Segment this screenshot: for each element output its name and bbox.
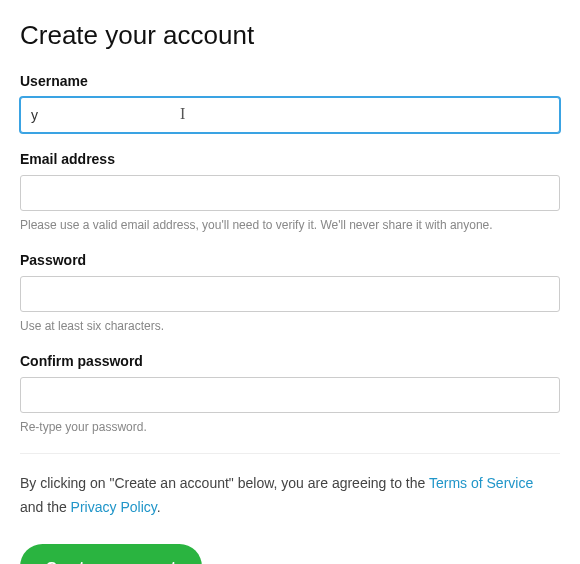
email-help-text: Please use a valid email address, you'll… — [20, 217, 560, 234]
username-label: Username — [20, 73, 560, 89]
page-title: Create your account — [20, 20, 560, 51]
password-input[interactable] — [20, 276, 560, 312]
username-group: Username — [20, 73, 560, 133]
agreement-suffix: . — [157, 499, 161, 515]
password-label: Password — [20, 252, 560, 268]
confirm-password-group: Confirm password Re-type your password. — [20, 353, 560, 436]
email-input[interactable] — [20, 175, 560, 211]
password-group: Password Use at least six characters. — [20, 252, 560, 335]
create-account-button[interactable]: Create an account — [20, 544, 202, 564]
username-input[interactable] — [20, 97, 560, 133]
confirm-password-help-text: Re-type your password. — [20, 419, 560, 436]
terms-of-service-link[interactable]: Terms of Service — [429, 475, 533, 491]
email-group: Email address Please use a valid email a… — [20, 151, 560, 234]
password-help-text: Use at least six characters. — [20, 318, 560, 335]
confirm-password-label: Confirm password — [20, 353, 560, 369]
agreement-prefix: By clicking on "Create an account" below… — [20, 475, 429, 491]
agreement-middle: and the — [20, 499, 71, 515]
divider — [20, 453, 560, 454]
privacy-policy-link[interactable]: Privacy Policy — [71, 499, 157, 515]
confirm-password-input[interactable] — [20, 377, 560, 413]
agreement-text: By clicking on "Create an account" below… — [20, 472, 560, 520]
email-label: Email address — [20, 151, 560, 167]
